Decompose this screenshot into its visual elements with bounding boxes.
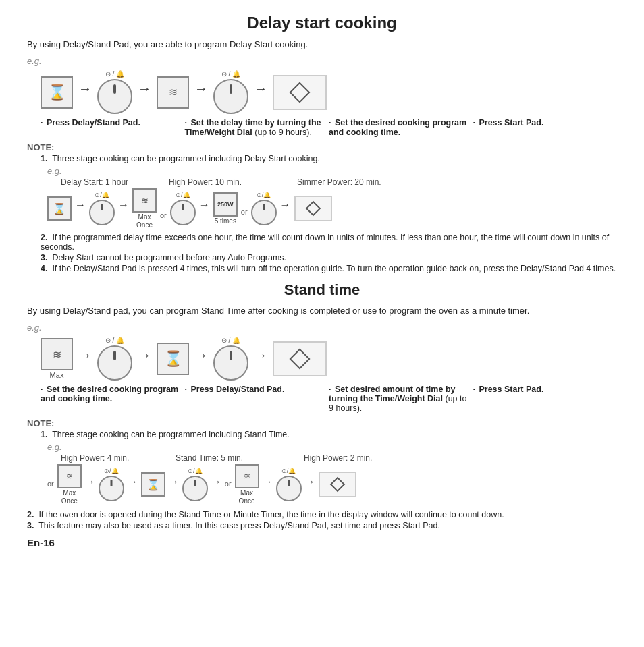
stand-dial-1-top: ⊙ / 🔔	[105, 337, 124, 344]
stage-once-label-1: Once	[132, 221, 157, 229]
delay-pad-icon: ⌛	[41, 76, 73, 109]
stand-dial-1	[97, 345, 132, 381]
stand-stage-arrow-4: →	[211, 476, 221, 494]
stage-wave-col-2: 250W 5 times	[213, 192, 238, 225]
delay-pad-item: ⌛	[41, 76, 73, 109]
arrow-3: →	[194, 81, 208, 103]
stage-dial-small-1	[89, 200, 115, 225]
note-delay-3: 3. Delay Start cannot be programmed befo…	[41, 253, 617, 262]
note-delay-4: 4. If the Delay/Stand Pad is pressed 4 t…	[41, 264, 617, 273]
dial-1-top-label: ⊙ / 🔔	[105, 70, 124, 78]
stand-stage-start-item	[319, 472, 356, 497]
stage-label-delay-1: Delay Start: 1 hour	[61, 177, 169, 187]
desc-stand-4: · Press Start Pad.	[473, 385, 618, 394]
note-label-delay: NOTE:	[27, 142, 617, 152]
diamond-icon-small-1	[305, 201, 321, 217]
stand-stage-arrow-6: →	[305, 476, 315, 494]
stand-arrow-4: →	[254, 347, 267, 370]
stand-start-pad	[273, 341, 327, 376]
wave-pad-item: ≋	[157, 76, 189, 109]
stage-dial-2-item: ⊙/🔔	[170, 192, 196, 225]
diamond-icon-stand-1	[289, 348, 310, 369]
stand-start-item	[273, 341, 327, 376]
desc-stand-2: · Press Delay/Stand Pad.	[185, 385, 329, 394]
stand-stage-dial-small-2	[182, 476, 208, 501]
stand-stage-dial-1: ⊙/🔔	[99, 468, 124, 501]
stand-or-label-mid: or	[225, 480, 232, 488]
or-label-2: or	[241, 201, 248, 216]
stand-hourglass-item: ⌛	[157, 343, 189, 375]
note-stand-3: 3. This feature may also be used as a ti…	[27, 521, 617, 530]
stand-stage-arrow-1: →	[85, 476, 95, 494]
diamond-icon-1	[289, 82, 310, 103]
dial-2-top-label: ⊙ / 🔔	[221, 70, 240, 78]
note-delay-1: 1. Three stage cooking can be programmed…	[41, 154, 617, 163]
stage-wave-label-2: 5 times	[213, 217, 238, 225]
stand-stage-arrow-3: →	[169, 476, 179, 494]
stand-dial-2	[213, 345, 248, 381]
start-pad-icon	[273, 75, 327, 110]
stage-wave-pad-2: 250W	[213, 192, 238, 217]
wave-icon-stand-small-1: ≋	[66, 472, 73, 481]
wave-pad-val-2: 250W	[217, 201, 234, 208]
stand-stage-dial-1-top: ⊙/🔔	[104, 468, 119, 474]
stage-dial-small-3	[251, 200, 277, 225]
stage-dial-1-item: ⊙/🔔	[89, 192, 115, 225]
stand-stage-label-1: High Power: 4 min.	[61, 453, 176, 463]
intro-stand: By using Delay/Stand pad, you can progra…	[27, 306, 617, 316]
stand-dial-2-top: ⊙ / 🔔	[221, 337, 240, 344]
note-stand-2: 2. If the oven door is opened during the…	[27, 510, 617, 519]
stand-stage-wave-pad-1: ≋	[57, 464, 82, 488]
stand-stage-dial-3-top: ⊙/🔔	[281, 468, 296, 474]
or-label-1: or	[160, 198, 167, 219]
stand-stage-wave-col-2: ≋ Max Once	[235, 464, 259, 505]
stand-stage-hourglass-pad: ⌛	[141, 472, 165, 497]
stand-arrow-3: →	[194, 347, 208, 370]
stage-wave-col-1: ≋ Max Once	[132, 188, 157, 229]
stand-stage-wave-pad-2: ≋	[235, 464, 259, 488]
stand-stage-arrow-2: →	[128, 476, 138, 494]
stand-stage-label-3: High Power: 2 min.	[304, 453, 439, 463]
stand-wave-pad-1: ≋	[41, 338, 73, 370]
desc-delay-2: · Set the delay time by turning the Time…	[185, 118, 329, 137]
page-title-stand: Stand time	[27, 281, 617, 299]
eg-label-delay-stage: e.g.	[47, 166, 62, 176]
stage-label-delay-2: High Power: 10 min.	[169, 177, 297, 187]
stand-stage-once-2: Once	[235, 497, 259, 505]
hourglass-icon-small-1: ⌛	[53, 202, 66, 215]
stage-start-item	[294, 196, 332, 221]
stage-arrow-4: →	[280, 199, 291, 218]
page-number: En-16	[27, 537, 617, 548]
stand-stage-dial-3: ⊙/🔔	[276, 468, 302, 501]
stand-wave-col-1: ≋ Max	[41, 338, 73, 379]
desc-stand-3: · Set desired amount of time by turning …	[329, 385, 473, 413]
note-label-stand: NOTE:	[27, 418, 617, 428]
desc-delay-1: · Press Delay/Stand Pad.	[41, 118, 185, 128]
stand-stage-label-2: Stand Time: 5 min.	[176, 453, 304, 463]
desc-delay-4: · Press Start Pad.	[473, 118, 618, 128]
stage-dial-3-item: ⊙/🔔	[251, 192, 277, 225]
hourglass-icon-stand-small: ⌛	[146, 478, 160, 491]
stand-stage-once-1: Once	[57, 497, 82, 505]
stage-wave-label-1: Max	[132, 213, 157, 221]
arrow-1: →	[78, 81, 92, 103]
stage-dial-3-top: ⊙/🔔	[257, 192, 271, 198]
stage-label-delay-3: Simmer Power: 20 min.	[297, 177, 432, 187]
stand-max-label-1: Max	[41, 371, 73, 379]
stage-dial-small-2	[170, 200, 196, 225]
hourglass-icon-stand: ⌛	[164, 350, 182, 368]
note-delay-2: 2. If the programmed delay time exceeds …	[41, 233, 617, 252]
stand-dial-2-item: ⊙ / 🔔	[213, 337, 248, 381]
intro-delay: By using Delay/Stand Pad, you are able t…	[27, 39, 617, 49]
desc-stand-1: · Set the desired cooking program and co…	[41, 385, 185, 403]
stage-start-pad	[294, 196, 332, 221]
wave-pad-icon: ≋	[157, 76, 189, 109]
arrow-2: →	[138, 81, 151, 103]
stand-stage-max-1: Max	[57, 489, 82, 497]
stand-stage-dial-2-top: ⊙/🔔	[188, 468, 203, 474]
page-title-delay: Delay start cooking	[27, 13, 617, 32]
arrow-4: →	[254, 81, 267, 103]
eg-label-stand: e.g.	[27, 322, 42, 333]
stand-stage-dial-small-1	[99, 476, 124, 501]
wave-icon-1: ≋	[169, 86, 178, 99]
